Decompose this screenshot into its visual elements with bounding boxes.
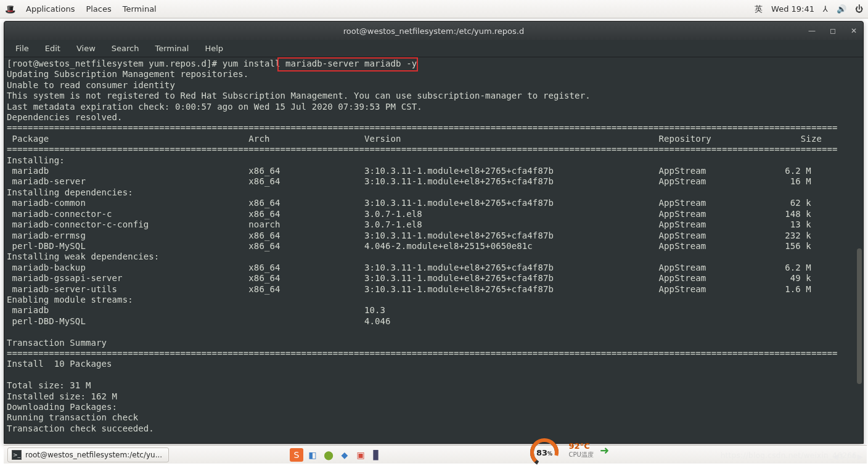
svg-text:83%: 83% (536, 448, 552, 457)
close-button[interactable]: ✕ (848, 27, 859, 35)
scrollbar[interactable] (856, 57, 863, 443)
cpu-gauge: 83% (526, 435, 563, 465)
systray: 英 Wed 19:41 ⅄ 🔊 ⏻ (755, 4, 863, 15)
terminal-output[interactable]: [root@westos_netfilesystem yum.repos.d]#… (7, 59, 861, 434)
menu-search[interactable]: Search (104, 42, 147, 55)
titlebar[interactable]: root@westos_netfilesystem:/etc/yum.repos… (4, 22, 863, 40)
dock-icons: S ◧ ⬤ ◆ ▣ ▊ (290, 446, 383, 464)
menubar: File Edit View Search Terminal Help (4, 40, 863, 57)
app-icon-3[interactable]: ⬤ (322, 448, 335, 462)
redhat-icon: 🎩 (5, 4, 15, 14)
menu-places[interactable]: Places (80, 4, 117, 14)
menu-edit[interactable]: Edit (38, 42, 68, 55)
terminal-icon: >_ (12, 450, 22, 460)
window-title: root@westos_netfilesystem:/etc/yum.repos… (343, 27, 524, 36)
volume-icon[interactable]: 🔊 (837, 4, 846, 14)
maximize-button[interactable]: ◻ (827, 27, 838, 35)
system-monitor[interactable]: 83% 92°C CPU温度 ➜ (526, 435, 609, 465)
clock[interactable]: Wed 19:41 (771, 4, 814, 14)
scrollbar-thumb[interactable] (857, 248, 862, 384)
top-panel: 🎩 Applications Places Terminal 英 Wed 19:… (0, 0, 868, 18)
menu-applications[interactable]: Applications (20, 4, 80, 14)
cpu-temp: 92°C CPU温度 (569, 441, 594, 459)
taskbar-terminal[interactable]: >_ root@westos_netfilesystem:/etc/yu... (7, 448, 169, 462)
app-icon-1[interactable]: S (290, 448, 303, 462)
gauge-value: 83 (536, 448, 547, 457)
input-method-indicator[interactable]: 英 (755, 4, 763, 15)
app-icon-5[interactable]: ▣ (354, 448, 367, 462)
app-icon-4[interactable]: ◆ (338, 448, 351, 462)
page-counter: ◀1 / 4▶ (833, 452, 863, 461)
temp-caption: CPU温度 (569, 451, 594, 459)
app-icon-2[interactable]: ◧ (306, 448, 319, 462)
menu-file[interactable]: File (8, 42, 36, 55)
network-icon[interactable]: ⅄ (823, 4, 828, 14)
menu-terminal[interactable]: Terminal (117, 4, 162, 14)
menu-help[interactable]: Help (197, 42, 231, 55)
app-icon-6[interactable]: ▊ (370, 448, 383, 462)
temp-arrow-icon: ➜ (600, 444, 609, 457)
terminal-window: root@westos_netfilesystem:/etc/yum.repos… (4, 21, 864, 444)
menu-view[interactable]: View (69, 42, 103, 55)
temp-value: 92°C (569, 441, 590, 451)
menu-terminal[interactable]: Terminal (147, 42, 196, 55)
minimize-button[interactable]: — (806, 27, 817, 35)
taskbar-label: root@westos_netfilesystem:/etc/yu... (25, 451, 162, 459)
power-icon[interactable]: ⏻ (855, 4, 863, 14)
terminal-body[interactable]: [root@westos_netfilesystem yum.repos.d]#… (4, 57, 863, 443)
